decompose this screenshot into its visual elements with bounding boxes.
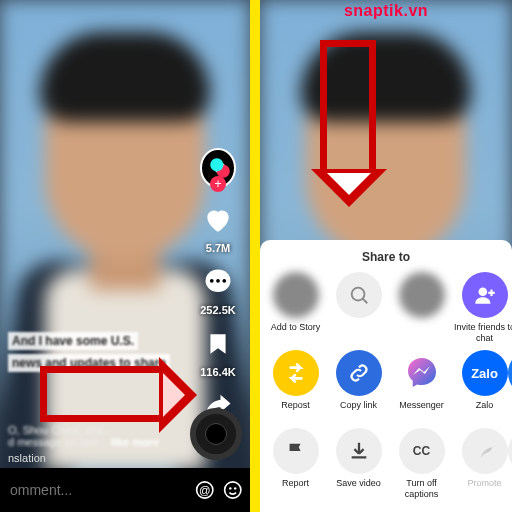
messenger-button[interactable]: Messenger	[390, 350, 453, 422]
profile-badge[interactable]: +	[200, 150, 236, 186]
svg-point-7	[229, 487, 231, 489]
promote-button[interactable]: Promote	[453, 428, 512, 500]
svg-text:@: @	[199, 484, 211, 496]
svg-point-6	[224, 482, 240, 498]
mention-icon[interactable]: @	[195, 478, 215, 502]
svg-point-11	[478, 287, 487, 296]
svg-point-1	[210, 279, 214, 283]
save-count: 116.4K	[200, 366, 235, 378]
captions-toggle-button[interactable]: CC Turn off captions	[390, 428, 453, 500]
comment-icon[interactable]	[200, 264, 236, 300]
copy-link-button[interactable]: Copy link	[327, 350, 390, 422]
tutorial-image: + 5.7M 252.5K 116.4K 223.9K And I have s…	[0, 0, 512, 512]
watermark: snaptik.vn	[344, 2, 428, 20]
svg-point-9	[351, 288, 364, 301]
like-count: 5.7M	[206, 242, 230, 254]
like-icon[interactable]	[200, 202, 236, 238]
share-sheet: Share to Add to Story Invite friends to …	[260, 240, 512, 512]
contact-blurred[interactable]	[327, 272, 390, 344]
save-video-button[interactable]: Save video	[327, 428, 390, 500]
zalo-button[interactable]: Zalo Zalo	[453, 350, 512, 422]
svg-line-10	[362, 299, 367, 304]
emoji-icon[interactable]	[223, 478, 243, 502]
invite-friends[interactable]: Invite friends to chat	[453, 272, 512, 344]
share-row-people: Add to Story Invite friends to chat	[264, 272, 508, 344]
svg-point-3	[222, 279, 226, 283]
report-button[interactable]: Report	[264, 428, 327, 500]
share-sheet-panel: snaptik.vn Share to Add to Story	[260, 0, 512, 512]
instruction-arrow-to-share	[40, 366, 167, 422]
comment-count: 252.5K	[200, 304, 235, 316]
share-sheet-title: Share to	[264, 250, 508, 264]
contact-blurred-2[interactable]	[390, 272, 453, 344]
comment-bar: @	[0, 468, 250, 512]
comment-input[interactable]	[8, 481, 187, 499]
sound-disc[interactable]	[190, 408, 242, 460]
follow-plus-icon[interactable]: +	[210, 176, 226, 192]
svg-point-2	[216, 279, 220, 283]
panel-divider	[250, 0, 260, 512]
repost-button[interactable]: Repost	[264, 350, 327, 422]
translation-label[interactable]: nslation	[8, 452, 46, 464]
save-icon[interactable]	[200, 326, 236, 362]
svg-point-8	[233, 487, 235, 489]
tiktok-video-panel: + 5.7M 252.5K 116.4K 223.9K And I have s…	[0, 0, 250, 512]
add-to-story[interactable]: Add to Story	[264, 272, 327, 344]
share-row-actions: Report Save video CC Turn off captions P…	[264, 428, 508, 500]
action-rail: + 5.7M 252.5K 116.4K 223.9K	[194, 150, 242, 446]
share-row-apps: Repost Copy link Messenger Zalo Zalo Fac	[264, 350, 508, 422]
video-meta: O, Shou Chew, sha... d message on beh...…	[8, 424, 180, 448]
instruction-arrow-to-copylink	[320, 40, 376, 177]
